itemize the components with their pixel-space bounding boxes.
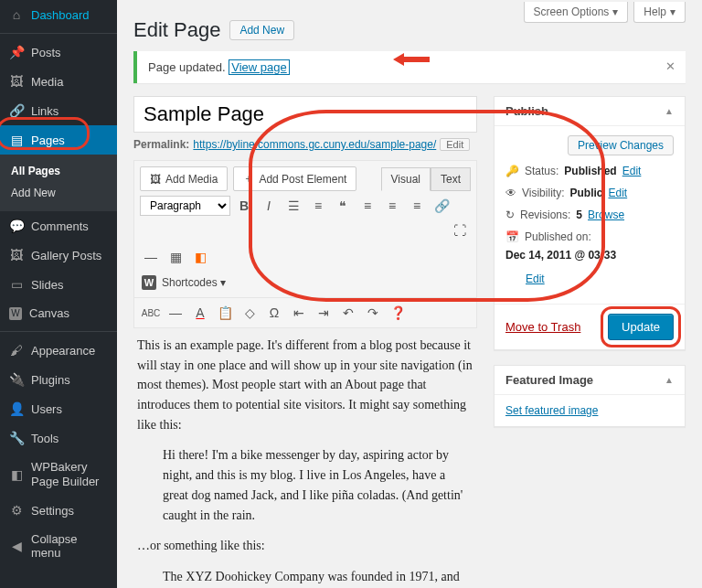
sidebar-sub-all-pages[interactable]: All Pages [0,160,117,182]
browse-revisions-link[interactable]: Browse [588,208,624,221]
shortcode-icon: W [142,275,156,290]
admin-sidebar: ⌂Dashboard 📌Posts 🖼Media 🔗Links ▤Pages A… [0,0,117,588]
sidebar-item-users[interactable]: 👤Users [0,394,117,423]
sidebar-sub-add-new[interactable]: Add New [0,182,117,204]
rss-icon[interactable]: ◧ [189,246,211,268]
italic-button[interactable]: I [258,195,280,217]
post-title-input[interactable] [133,96,477,133]
pin-icon: 📌 [9,45,24,59]
brush-icon: 🖌 [9,343,24,358]
add-post-element-button[interactable]: ＋Add Post Element [233,166,356,191]
svg-marker-0 [393,53,430,66]
bullet-list-button[interactable]: ☰ [282,195,304,217]
hr-button[interactable]: — [165,302,186,324]
set-featured-image-link[interactable]: Set featured image [505,404,598,417]
sidebar-item-slides[interactable]: ▭Slides [0,270,117,299]
view-page-link[interactable]: View page [229,59,289,75]
editor-toolbar-row1: Paragraph B I ☰ ≡ ❝ ≡ ≡ ≡ 🔗 ⛶ — ▦ ◧ [134,191,476,272]
strike-button[interactable]: ABC [140,302,162,324]
help-button[interactable]: ❓ [387,302,409,324]
page-icon: ▤ [9,133,24,147]
undo-button[interactable]: ↶ [337,302,359,324]
chevron-up-icon: ▲ [665,106,674,116]
sidebar-item-appearance[interactable]: 🖌Appearance [0,336,117,365]
tab-visual[interactable]: Visual [381,167,431,191]
align-left-button[interactable]: ≡ [356,195,378,217]
dismiss-notice-button[interactable]: ✕ [662,59,678,75]
move-to-trash-link[interactable]: Move to Trash [505,320,580,334]
sidebar-item-comments[interactable]: 💬Comments [0,211,117,241]
shortcodes-dropdown[interactable]: Shortcodes ▾ [162,276,226,289]
edit-visibility-link[interactable]: Edit [608,187,627,199]
calendar-icon: 📅 [505,230,519,243]
tab-text[interactable]: Text [431,167,471,191]
fullscreen-button[interactable]: ⛶ [449,219,471,241]
specialchar-button[interactable]: Ω [263,302,285,324]
outdent-button[interactable]: ⇤ [288,302,310,324]
readmore-button[interactable]: — [140,246,162,268]
bold-button[interactable]: B [233,195,255,217]
publish-metabox: Publish▲ Preview Changes 🔑Status: Publis… [494,96,686,350]
help-tab[interactable]: Help ▾ [633,2,686,23]
permalink-url[interactable]: https://byline.commons.gc.cuny.edu/sampl… [193,138,436,151]
clear-format-button[interactable]: ◇ [239,302,261,324]
sidebar-item-media[interactable]: 🖼Media [0,67,117,96]
post-content[interactable]: This is an example page. It's different … [133,328,477,588]
table-button[interactable]: ▦ [165,246,186,268]
permalink-edit-button[interactable]: Edit [440,138,470,151]
collapse-icon: ◀ [9,539,24,553]
redo-button[interactable]: ↷ [362,302,384,324]
edit-date-link[interactable]: Edit [526,273,545,285]
insert-link-button[interactable]: 🔗 [431,195,452,217]
page-title: Edit Page [133,18,220,42]
editor-toolbar-row2: ABC — A 📋 ◇ Ω ⇤ ⇥ ↶ ↷ ❓ [134,297,476,327]
notice-text: Page updated. [148,60,226,74]
screen-options-tab[interactable]: Screen Options ▾ [524,2,629,23]
media-icon: 🖼 [9,74,24,89]
revisions-icon: ↻ [505,208,515,221]
sidebar-item-pages[interactable]: ▤Pages [0,125,117,155]
sidebar-item-gallery-posts[interactable]: 🖼Gallery Posts [0,241,117,270]
link-icon: 🔗 [9,103,24,118]
sidebar-item-plugins[interactable]: 🔌Plugins [0,365,117,394]
align-center-button[interactable]: ≡ [381,195,403,217]
media-icon: 🖼 [150,173,161,186]
users-icon: 👤 [9,401,24,416]
format-select[interactable]: Paragraph [140,196,230,216]
sidebar-item-settings[interactable]: ⚙Settings [0,496,117,525]
indent-button[interactable]: ⇥ [313,302,335,324]
sidebar-item-dashboard[interactable]: ⌂Dashboard [0,0,117,29]
align-right-button[interactable]: ≡ [406,195,428,217]
sidebar-item-tools[interactable]: 🔧Tools [0,423,117,453]
chevron-down-icon: ▾ [670,5,675,18]
key-icon: 🔑 [505,165,519,177]
sidebar-item-wpbakery[interactable]: ◧WPBakery Page Builder [0,453,117,496]
wpb-icon: ◧ [9,467,24,482]
sidebar-submenu-pages: All Pages Add New [0,155,117,211]
plus-icon: ＋ [243,171,254,187]
paste-button[interactable]: 📋 [214,302,236,324]
sidebar-item-posts[interactable]: 📌Posts [0,37,117,67]
slides-icon: ▭ [9,277,24,292]
blockquote-button[interactable]: ❝ [332,195,354,217]
gauge-icon: ⌂ [9,7,24,22]
featured-image-metabox: Featured Image▲ Set featured image [494,365,686,427]
preview-changes-button[interactable]: Preview Changes [568,135,674,155]
permalink-label: Permalink: [133,138,189,151]
sidebar-item-links[interactable]: 🔗Links [0,96,117,125]
update-button[interactable]: Update [608,314,674,340]
eye-icon: 👁 [505,187,516,199]
canvas-icon: W [9,307,22,320]
number-list-button[interactable]: ≡ [307,195,329,217]
publish-heading[interactable]: Publish▲ [495,97,685,126]
edit-status-link[interactable]: Edit [622,165,642,177]
featured-image-heading[interactable]: Featured Image▲ [495,366,685,395]
add-media-button[interactable]: 🖼Add Media [140,166,228,191]
sidebar-item-collapse[interactable]: ◀Collapse menu [0,525,117,567]
highlight-arrow-marker [393,53,430,66]
chevron-down-icon: ▾ [612,5,618,18]
add-new-button[interactable]: Add New [229,20,294,40]
textcolor-button[interactable]: A [189,302,211,324]
wrench-icon: 🔧 [9,431,24,445]
sidebar-item-canvas[interactable]: WCanvas [0,299,117,327]
